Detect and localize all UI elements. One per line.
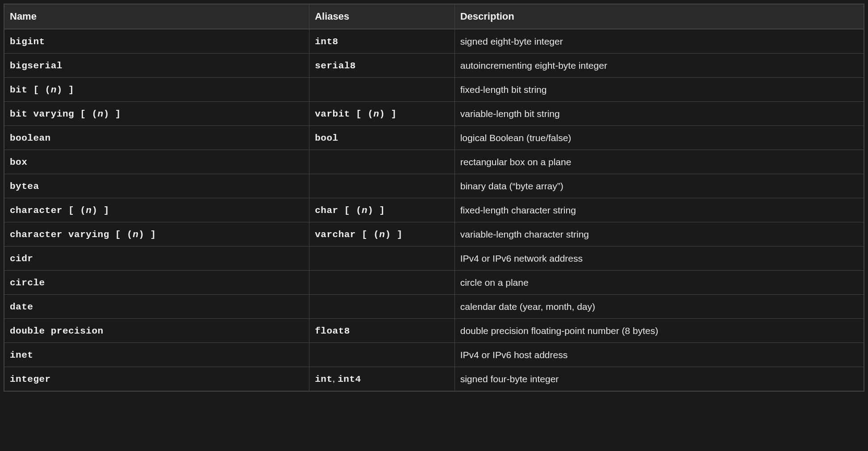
- text-part: inet: [10, 350, 33, 360]
- cell-name: circle: [4, 271, 309, 295]
- cell-alias: [309, 271, 455, 295]
- text-part: n: [373, 109, 379, 119]
- cell-name: integer: [4, 367, 309, 392]
- text-part: ) ]: [138, 230, 156, 240]
- cell-name: inet: [4, 343, 309, 367]
- table-row: box rectangular box on a plane: [4, 150, 864, 174]
- cell-description: binary data (“byte array”): [455, 174, 864, 198]
- cell-description: circle on a plane: [455, 271, 864, 295]
- text-part: ) ]: [57, 85, 74, 95]
- text-part: n: [133, 230, 138, 240]
- table-row: double precisionfloat8double precision f…: [4, 319, 864, 343]
- cell-description: signed four-byte integer: [455, 367, 864, 392]
- text-part: n: [98, 109, 104, 119]
- cell-alias: [309, 78, 455, 102]
- table-row: bit varying [ (n) ]varbit [ (n) ]variabl…: [4, 102, 864, 126]
- table-row: character varying [ (n) ]varchar [ (n) ]…: [4, 222, 864, 246]
- cell-description: variable-length bit string: [455, 102, 864, 126]
- text-part: float8: [315, 326, 350, 336]
- cell-alias: serial8: [309, 54, 455, 78]
- cell-alias: [309, 343, 455, 367]
- cell-name: date: [4, 295, 309, 319]
- text-part: box: [10, 157, 27, 167]
- cell-alias: [309, 295, 455, 319]
- text-part: char [ (: [315, 205, 362, 216]
- text-part: ) ]: [92, 205, 109, 216]
- text-part: n: [379, 230, 385, 240]
- text-part: bytea: [10, 181, 39, 192]
- cell-description: IPv4 or IPv6 network address: [455, 246, 864, 271]
- text-part: int: [315, 374, 332, 384]
- text-part: integer: [10, 374, 51, 384]
- text-part: int4: [338, 374, 361, 384]
- cell-description: calendar date (year, month, day): [455, 295, 864, 319]
- cell-name: bit [ (n) ]: [4, 78, 309, 102]
- text-part: ,: [333, 373, 338, 384]
- cell-alias: int8: [309, 29, 455, 54]
- header-name: Name: [4, 4, 309, 29]
- cell-name: bigint: [4, 29, 309, 54]
- cell-name: character varying [ (n) ]: [4, 222, 309, 246]
- cell-alias: [309, 174, 455, 198]
- text-part: boolean: [10, 133, 51, 143]
- cell-alias: varbit [ (n) ]: [309, 102, 455, 126]
- cell-name: character [ (n) ]: [4, 198, 309, 222]
- text-part: character [ (: [10, 205, 86, 216]
- data-types-table: Name Aliases Description bigintint8signe…: [4, 4, 864, 392]
- table-row: date calendar date (year, month, day): [4, 295, 864, 319]
- cell-description: fixed-length character string: [455, 198, 864, 222]
- cell-description: logical Boolean (true/false): [455, 126, 864, 150]
- table-header: Name Aliases Description: [4, 4, 864, 29]
- cell-alias: [309, 246, 455, 271]
- header-description: Description: [455, 4, 864, 29]
- cell-name: bit varying [ (n) ]: [4, 102, 309, 126]
- cell-alias: float8: [309, 319, 455, 343]
- text-part: bigint: [10, 37, 45, 47]
- text-part: cidr: [10, 254, 33, 264]
- text-part: ) ]: [367, 205, 385, 216]
- text-part: n: [86, 205, 92, 216]
- table-header-row: Name Aliases Description: [4, 4, 864, 29]
- cell-description: rectangular box on a plane: [455, 150, 864, 174]
- cell-name: boolean: [4, 126, 309, 150]
- text-part: date: [10, 302, 33, 312]
- table-row: cidr IPv4 or IPv6 network address: [4, 246, 864, 271]
- cell-name: bigserial: [4, 54, 309, 78]
- text-part: ) ]: [385, 230, 402, 240]
- cell-alias: [309, 150, 455, 174]
- cell-alias: bool: [309, 126, 455, 150]
- text-part: n: [362, 205, 367, 216]
- table-body: bigintint8signed eight-byte integerbigse…: [4, 29, 864, 391]
- cell-name: box: [4, 150, 309, 174]
- text-part: bigserial: [10, 61, 63, 71]
- text-part: bool: [315, 133, 338, 143]
- table-row: circle circle on a plane: [4, 271, 864, 295]
- text-part: varchar [ (: [315, 230, 379, 240]
- table-row: inet IPv4 or IPv6 host address: [4, 343, 864, 367]
- text-part: n: [51, 85, 57, 95]
- cell-description: double precision floating-point number (…: [455, 319, 864, 343]
- table-row: integerint, int4signed four-byte integer: [4, 367, 864, 392]
- text-part: bit varying [ (: [10, 109, 98, 119]
- text-part: double precision: [10, 326, 104, 336]
- table-row: character [ (n) ]char [ (n) ]fixed-lengt…: [4, 198, 864, 222]
- text-part: character varying [ (: [10, 230, 133, 240]
- cell-alias: char [ (n) ]: [309, 198, 455, 222]
- cell-name: double precision: [4, 319, 309, 343]
- cell-description: IPv4 or IPv6 host address: [455, 343, 864, 367]
- table-row: bytea binary data (“byte array”): [4, 174, 864, 198]
- text-part: varbit [ (: [315, 109, 373, 119]
- table-row: bit [ (n) ] fixed-length bit string: [4, 78, 864, 102]
- text-part: serial8: [315, 61, 356, 71]
- table-row: bigintint8signed eight-byte integer: [4, 29, 864, 54]
- table-row: booleanboollogical Boolean (true/false): [4, 126, 864, 150]
- cell-description: autoincrementing eight-byte integer: [455, 54, 864, 78]
- cell-alias: int, int4: [309, 367, 455, 392]
- text-part: bit [ (: [10, 85, 51, 95]
- table-row: bigserialserial8autoincrementing eight-b…: [4, 54, 864, 78]
- cell-description: variable-length character string: [455, 222, 864, 246]
- text-part: ) ]: [379, 109, 396, 119]
- text-part: ) ]: [104, 109, 121, 119]
- text-part: int8: [315, 37, 338, 47]
- cell-name: cidr: [4, 246, 309, 271]
